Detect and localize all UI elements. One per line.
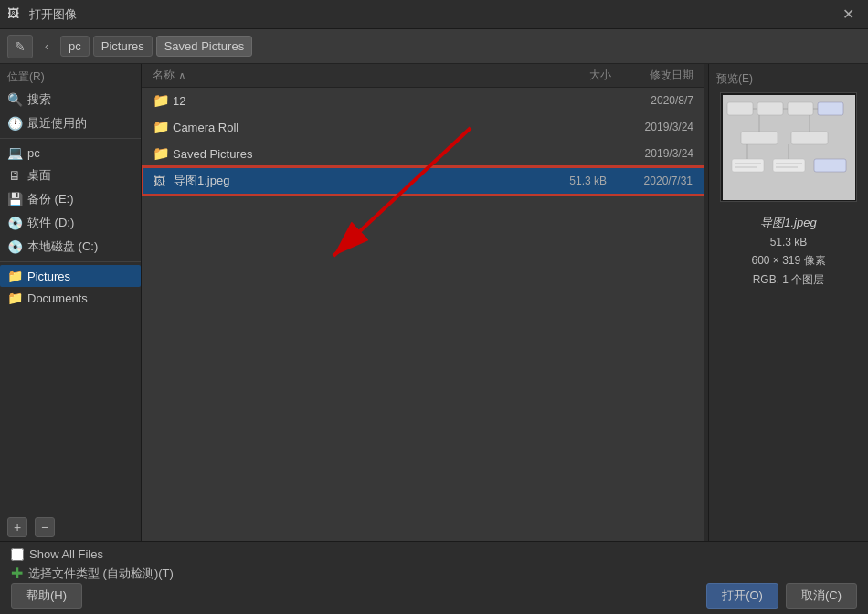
breadcrumb-saved-pictures[interactable]: Saved Pictures [156, 36, 252, 57]
edit-path-button[interactable]: ✎ [7, 35, 33, 58]
file-list: 📁 12 2020/8/7 📁 Camera Roll 2019/3/24 📁 … [142, 88, 704, 541]
filetype-plus-icon[interactable]: ✚ [11, 565, 23, 582]
breadcrumb-nav: ‹ [37, 35, 57, 58]
show-all-files-label: Show All Files [29, 547, 103, 561]
svg-rect-5 [788, 102, 813, 115]
main-area: 位置(R) 🔍 搜索 🕐 最近使用的 💻 pc 🖥 桌面 💾 备份 (E:) 💿… [0, 64, 868, 541]
sort-icon: ∧ [178, 69, 186, 82]
bottom-area: Show All Files ✚ 选择文件类型 (自动检测)(T) 帮助(H) … [0, 541, 868, 614]
cancel-button[interactable]: 取消(C) [786, 583, 857, 609]
show-all-files-row: Show All Files [11, 547, 857, 561]
preview-dimensions: 600 × 319 像素 [751, 251, 825, 270]
close-button[interactable]: ✕ [835, 4, 861, 26]
sidebar-item-recent[interactable]: 🕐 最近使用的 [0, 111, 141, 135]
column-date[interactable]: 修改日期 [611, 68, 693, 83]
sidebar-item-label: 最近使用的 [27, 115, 87, 132]
app-icon: 🖼 [7, 6, 24, 23]
desktop-icon: 🖥 [7, 168, 22, 183]
svg-rect-15 [773, 159, 805, 172]
sidebar-item-search[interactable]: 🔍 搜索 [0, 88, 141, 111]
search-icon: 🔍 [7, 92, 22, 107]
svg-rect-6 [818, 102, 843, 115]
list-item-selected[interactable]: 🖼 导图1.jpeg 51.3 kB 2020/7/31 [142, 167, 704, 195]
file-name: 12 [173, 94, 531, 108]
filetype-row: ✚ 选择文件类型 (自动检测)(T) [11, 565, 857, 582]
list-item[interactable]: 📁 12 2020/8/7 [142, 88, 704, 114]
recent-icon: 🕐 [7, 116, 22, 131]
sidebar-item-label: 搜索 [27, 91, 51, 108]
svg-rect-14 [732, 159, 764, 172]
drive-icon: 💿 [7, 239, 22, 254]
svg-rect-10 [741, 132, 778, 144]
folder-icon: 📁 [7, 269, 22, 283]
folder-icon: 📁 [7, 291, 22, 305]
preview-info: 导图1.jpeg 51.3 kB 600 × 319 像素 RGB, 1 个图层 [751, 213, 825, 289]
preview-svg [723, 95, 855, 200]
column-size[interactable]: 大小 [538, 68, 611, 83]
sidebar-footer: + − [0, 513, 141, 541]
file-area-wrapper: 名称 ∧ 大小 修改日期 📁 12 2020/8/7 📁 Came [142, 64, 708, 541]
sidebar-item-localc[interactable]: 💿 本地磁盘 (C:) [0, 235, 141, 259]
preview-label: 预览(E) [716, 71, 753, 87]
resize-handle[interactable] [704, 64, 708, 541]
back-button[interactable]: ‹ [37, 35, 57, 58]
sidebar-section-label: 位置(R) [0, 64, 141, 88]
folder-icon: 📁 [153, 145, 169, 162]
file-date: 2020/8/7 [611, 94, 693, 107]
folder-icon: 📁 [153, 119, 169, 135]
sidebar-item-pc[interactable]: 💻 pc [0, 142, 141, 164]
title-bar: 🖼 打开图像 ✕ [0, 0, 868, 29]
remove-location-button[interactable]: − [35, 517, 55, 537]
sidebar-item-label: Pictures [27, 270, 70, 283]
file-date: 2020/7/31 [610, 175, 693, 187]
open-button[interactable]: 打开(O) [706, 583, 778, 609]
file-date: 2019/3/24 [611, 121, 693, 133]
bottom-buttons: 帮助(H) 打开(O) 取消(C) [11, 583, 857, 609]
sidebar-item-label: pc [27, 146, 40, 160]
help-button[interactable]: 帮助(H) [11, 583, 82, 609]
file-area: 名称 ∧ 大小 修改日期 📁 12 2020/8/7 📁 Came [142, 64, 704, 541]
pc-icon: 💻 [7, 145, 22, 160]
sidebar-item-documents[interactable]: 📁 Documents [0, 287, 141, 309]
file-name: 导图1.jpeg [174, 173, 530, 189]
svg-rect-4 [757, 102, 783, 115]
column-name[interactable]: 名称 ∧ [153, 68, 538, 83]
drive-icon: 💿 [7, 216, 22, 230]
preview-colormode: RGB, 1 个图层 [751, 270, 825, 289]
sidebar-item-label: 桌面 [27, 167, 51, 184]
preview-panel: 预览(E) [708, 64, 868, 541]
image-file-icon: 🖼 [153, 175, 170, 188]
svg-rect-3 [727, 102, 753, 115]
file-list-header: 名称 ∧ 大小 修改日期 [142, 64, 704, 88]
file-name: Saved Pictures [173, 147, 531, 161]
sidebar-item-label: 软件 (D:) [27, 215, 74, 231]
sidebar: 位置(R) 🔍 搜索 🕐 最近使用的 💻 pc 🖥 桌面 💾 备份 (E:) 💿… [0, 64, 142, 541]
file-date: 2019/3/24 [611, 147, 693, 160]
svg-rect-11 [791, 132, 828, 144]
preview-filename: 导图1.jpeg [751, 213, 825, 233]
list-item[interactable]: 📁 Camera Roll 2019/3/24 [142, 114, 704, 141]
file-size: 51.3 kB [534, 175, 607, 187]
bottom-options: Show All Files ✚ 选择文件类型 (自动检测)(T) [11, 547, 857, 582]
add-location-button[interactable]: + [7, 517, 27, 537]
sidebar-item-label: 备份 (E:) [27, 191, 74, 207]
sidebar-divider [0, 261, 141, 262]
drive-icon: 💾 [7, 192, 22, 206]
title-bar-left: 🖼 打开图像 [7, 6, 77, 23]
show-all-files-checkbox[interactable] [11, 548, 24, 561]
svg-rect-16 [814, 159, 846, 172]
list-item[interactable]: 📁 Saved Pictures 2019/3/24 [142, 141, 704, 167]
sidebar-item-label: 本地磁盘 (C:) [27, 238, 98, 255]
window-title: 打开图像 [29, 6, 77, 23]
preview-image-box [720, 92, 857, 202]
sidebar-item-label: Documents [27, 291, 88, 305]
sidebar-item-desktop[interactable]: 🖥 桌面 [0, 164, 141, 187]
sidebar-item-software[interactable]: 💿 软件 (D:) [0, 211, 141, 235]
sidebar-item-pictures[interactable]: 📁 Pictures [0, 265, 141, 287]
sidebar-item-backup[interactable]: 💾 备份 (E:) [0, 187, 141, 211]
sidebar-divider [0, 138, 141, 139]
filetype-label: 选择文件类型 (自动检测)(T) [28, 566, 174, 582]
breadcrumb-pictures[interactable]: Pictures [93, 36, 153, 57]
column-name-label: 名称 [153, 68, 175, 83]
breadcrumb-pc[interactable]: pc [60, 36, 90, 57]
